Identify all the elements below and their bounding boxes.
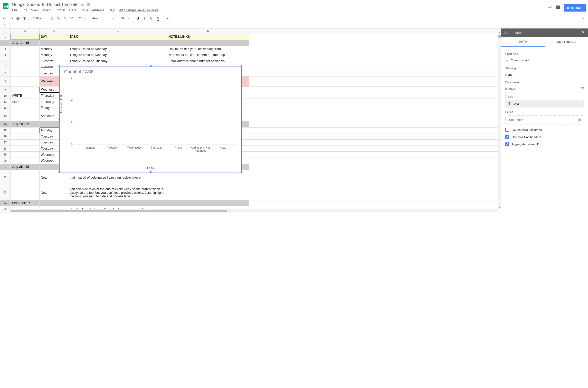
more-tools-button[interactable]: ••• (165, 15, 171, 21)
menu-view[interactable]: View (31, 8, 39, 12)
explore-icon[interactable] (547, 5, 552, 11)
use-row1-headers-option[interactable]: ✓ Use row 1 as headers (505, 135, 584, 139)
cell[interactable] (167, 200, 249, 206)
cell[interactable] (11, 170, 39, 185)
checkbox[interactable] (505, 128, 509, 132)
font-select[interactable]: Arial▼ (91, 16, 115, 20)
cell[interactable] (11, 76, 39, 86)
resize-handle[interactable] (59, 65, 60, 67)
menu-addons[interactable]: Add-ons (92, 8, 104, 12)
cell[interactable]: July 11 - 15 (11, 40, 39, 46)
increase-decimal-button[interactable]: .00→ (69, 15, 75, 21)
row-header[interactable]: 3 (0, 46, 11, 52)
row-header[interactable]: 9 (0, 87, 11, 93)
resize-handle[interactable] (241, 65, 242, 67)
document-title[interactable]: Google Sheets To-Do List Template (12, 2, 79, 7)
cell[interactable]: TASK (68, 34, 167, 40)
checkbox[interactable]: ✓ (505, 135, 509, 139)
percent-button[interactable]: % (56, 15, 62, 21)
resize-handle[interactable] (150, 65, 151, 67)
paint-format-button[interactable] (22, 15, 28, 21)
menu-insert[interactable]: Insert (42, 8, 51, 12)
format-select[interactable]: 123▼ (76, 16, 87, 20)
text-color-button[interactable]: A (155, 15, 161, 21)
row-header[interactable]: 14 (0, 121, 11, 127)
scroll-down-arrow[interactable]: ▼ (498, 206, 501, 209)
checkbox[interactable]: ✓ (505, 142, 509, 146)
table-row[interactable]: 23Note:You can hide rows at the end of e… (0, 185, 501, 200)
cell[interactable] (11, 128, 39, 133)
tab-data[interactable]: DATA (501, 37, 545, 47)
scroll-up-arrow[interactable]: ▲ (498, 31, 501, 34)
cell[interactable]: Thing #1 to do on Tuesday (68, 58, 167, 64)
print-button[interactable] (15, 15, 21, 21)
horizontal-scrollbar[interactable] (11, 209, 498, 212)
cell[interactable] (11, 133, 39, 139)
cell[interactable]: EDIT (11, 99, 39, 105)
cell[interactable] (167, 40, 249, 46)
cell[interactable]: Note about the item if there are more sp (167, 52, 249, 58)
share-button[interactable]: SHARE (564, 4, 586, 12)
row-header[interactable]: 18 (0, 146, 11, 152)
cell[interactable] (40, 200, 68, 206)
col-header-B[interactable]: B (40, 28, 68, 34)
table-row[interactable]: 2July 11 - 15 (0, 40, 501, 46)
row-header[interactable]: 19 (0, 152, 11, 158)
cell[interactable] (11, 185, 39, 200)
cell[interactable] (68, 40, 167, 46)
cell[interactable]: You can hide rows at the end of every we… (68, 185, 167, 200)
decrease-decimal-button[interactable]: .0← (62, 15, 69, 21)
row-header[interactable]: 12 (0, 105, 11, 111)
row-header[interactable]: 15 (0, 128, 11, 133)
chart-type-select[interactable]: Column chart ▼ (505, 57, 584, 64)
row-header[interactable]: 13 (0, 111, 11, 121)
comments-icon[interactable] (555, 5, 560, 11)
table-row[interactable]: 4MondayThing #2 to do on MondayNote abou… (0, 52, 501, 58)
menu-edit[interactable]: Edit (22, 8, 27, 12)
folder-icon[interactable] (87, 2, 90, 7)
cell[interactable] (68, 200, 167, 206)
cell[interactable] (11, 146, 39, 152)
row-header[interactable]: 1 (0, 34, 11, 40)
x-axis-chip[interactable]: T DAY ⋮ (505, 100, 584, 108)
cell[interactable]: July 18 - 22 (11, 121, 39, 127)
cell[interactable]: July 25 - 29 (11, 164, 39, 170)
table-row[interactable]: 5TuesdayThing #1 to do on TuesdayEmail a… (0, 58, 501, 64)
collapse-toolbar-button[interactable] (580, 15, 586, 21)
close-icon[interactable]: ✕ (581, 30, 585, 35)
col-header-C[interactable]: C (68, 28, 167, 34)
menu-help[interactable]: Help (108, 8, 115, 12)
row-header[interactable]: 11 (0, 99, 11, 105)
cell[interactable] (11, 52, 39, 58)
add-series-button[interactable]: Add Series (505, 115, 584, 124)
cell[interactable]: FOR LATER (11, 200, 39, 206)
cell[interactable]: NOTES/LINKS (167, 34, 249, 40)
row-header[interactable]: 10 (0, 93, 11, 99)
stacking-select[interactable]: None▼ (505, 71, 584, 78)
vertical-scrollbar[interactable]: ▲ ▼ (498, 34, 501, 209)
cell[interactable]: WRITE (11, 93, 39, 99)
row-header[interactable]: 21 (0, 164, 11, 170)
strike-button[interactable]: S (148, 15, 154, 21)
row-header[interactable]: 4 (0, 52, 11, 58)
row-header[interactable]: 8 (0, 76, 11, 86)
row-header[interactable]: 20 (0, 158, 11, 164)
menu-tools[interactable]: Tools (80, 8, 88, 12)
drive-status[interactable]: All changes saved in Drive (119, 8, 158, 12)
cell[interactable] (11, 70, 39, 76)
tab-customize[interactable]: CUSTOMIZE (545, 37, 588, 47)
cell[interactable] (11, 34, 39, 40)
row-header[interactable]: 5 (0, 58, 11, 64)
chart-menu-button[interactable]: ⋮ (235, 69, 239, 73)
row-header[interactable]: 7 (0, 70, 11, 76)
undo-button[interactable] (2, 15, 8, 21)
cell[interactable] (11, 87, 39, 93)
menu-file[interactable]: File (12, 8, 17, 12)
table-row[interactable]: 1DAYTASKNOTES/LINKS (0, 34, 501, 40)
scroll-thumb[interactable] (11, 210, 227, 212)
row-header[interactable]: 16 (0, 133, 11, 139)
resize-handle[interactable] (59, 171, 60, 173)
cell[interactable]: Thing #2 to do on Monday (68, 52, 167, 58)
cell[interactable] (11, 64, 39, 70)
cell[interactable]: DAY (40, 34, 68, 40)
